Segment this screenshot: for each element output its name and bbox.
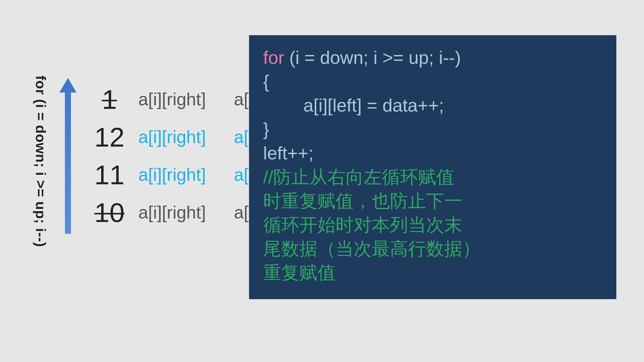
code-line: { [263,70,602,94]
row-expr: a[i][right] [138,89,229,109]
code-body: a[i][left] = data++; [303,94,444,117]
code-line: left++; [263,141,602,165]
up-arrow-icon [60,78,75,234]
row-expr: a[i][right] [138,202,229,222]
code-block: for (i = down; i >= up; i--) { a[i][left… [249,35,616,299]
code-comment: 时重复赋值，也防止下一 [263,189,602,213]
row-number: 1 [83,84,136,115]
row-number: 10 [83,197,136,228]
code-line: } [263,117,602,141]
code-keyword: for [263,48,289,68]
code-comment: //防止从右向左循环赋值 [263,165,602,189]
code-comment: 循环开始时对本列当次末 [263,213,602,237]
row-number: 11 [83,159,136,191]
code-comment: 重复赋值 [263,261,602,285]
code-condition: (i = down; i >= up; i--) [289,48,461,68]
code-line: a[i][left] = data++; [263,94,602,117]
code-comment: 尾数据（当次最高行数据） [263,237,602,261]
row-expr: a[i][right] [138,127,229,147]
code-line: for (i = down; i >= up; i--) [263,46,602,70]
vertical-for-label: for (i = down; i >= up; i--) [33,75,49,247]
row-number: 12 [83,121,136,153]
row-expr: a[i][right] [138,165,229,185]
